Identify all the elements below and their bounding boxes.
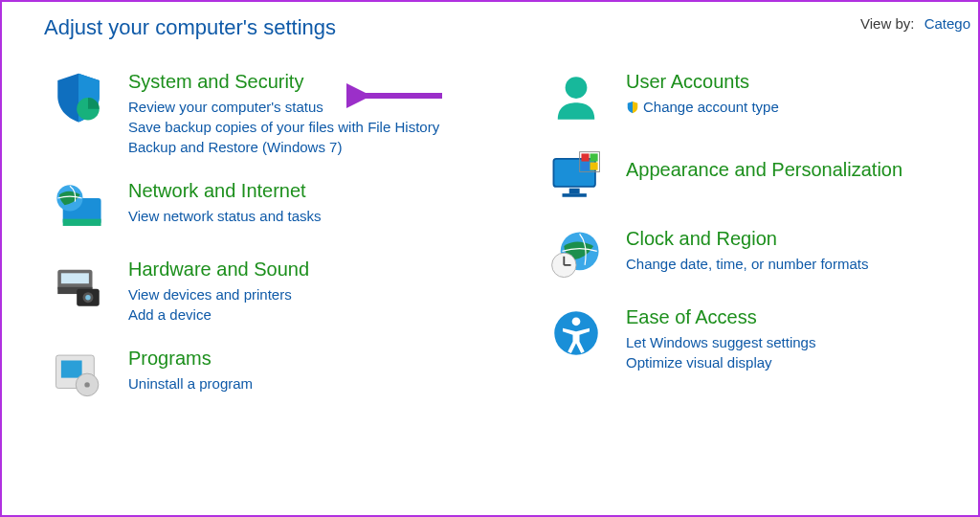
shield-security-icon [48, 67, 109, 128]
category-hardware: Hardware and Sound View devices and prin… [48, 255, 507, 326]
svg-rect-18 [563, 193, 587, 197]
svg-rect-22 [590, 163, 598, 170]
svg-rect-11 [61, 361, 82, 378]
programs-disc-icon [48, 344, 109, 405]
category-link[interactable]: Let Windows suggest settings [626, 334, 815, 350]
category-grid: System and Security Review your computer… [2, 40, 978, 422]
category-system-security: System and Security Review your computer… [48, 67, 507, 159]
category-link[interactable]: Review your computer's status [128, 99, 439, 115]
uac-shield-icon [626, 101, 639, 117]
category-title[interactable]: Appearance and Personalization [626, 159, 902, 181]
category-link[interactable]: Change date, time, or number formats [626, 256, 868, 272]
category-link[interactable]: View network status and tasks [128, 208, 322, 224]
category-title[interactable]: Clock and Region [626, 228, 868, 250]
category-programs: Programs Uninstall a program [48, 344, 507, 405]
category-title[interactable]: User Accounts [626, 71, 779, 93]
svg-point-9 [85, 295, 90, 300]
category-title[interactable]: Ease of Access [626, 306, 815, 328]
category-network: Network and Internet View network status… [48, 176, 507, 237]
svg-point-29 [572, 317, 581, 326]
category-title[interactable]: System and Security [128, 71, 439, 93]
category-appearance: Appearance and Personalization [546, 146, 967, 207]
svg-rect-5 [61, 273, 89, 283]
category-link[interactable]: Backup and Restore (Windows 7) [128, 139, 439, 155]
category-link[interactable]: Change account type [626, 99, 779, 117]
category-link[interactable]: Add a device [128, 306, 309, 323]
category-ease-access: Ease of Access Let Windows suggest setti… [546, 303, 967, 374]
category-user-accounts: User Accounts Change account type [546, 67, 967, 128]
page-title: Adjust your computer's settings [44, 15, 336, 40]
svg-rect-19 [581, 153, 589, 161]
svg-rect-2 [63, 219, 101, 226]
category-link[interactable]: Optimize visual display [626, 354, 815, 371]
user-icon [546, 67, 607, 128]
svg-rect-21 [581, 163, 589, 170]
accessibility-icon [546, 303, 607, 364]
monitor-colors-icon [546, 146, 607, 207]
right-column: User Accounts Change account type [546, 67, 967, 422]
printer-camera-icon [48, 255, 109, 316]
svg-rect-20 [590, 153, 598, 161]
category-link[interactable]: Save backup copies of your files with Fi… [128, 119, 439, 135]
svg-point-13 [84, 382, 89, 387]
category-title[interactable]: Network and Internet [128, 180, 322, 202]
viewby-label: View by: [860, 15, 914, 32]
viewby-dropdown[interactable]: Catego [924, 15, 970, 32]
category-link[interactable]: View devices and printers [128, 286, 309, 303]
svg-rect-17 [569, 189, 580, 193]
viewby-control: View by: Catego [860, 15, 978, 40]
left-column: System and Security Review your computer… [48, 67, 507, 422]
svg-point-14 [566, 77, 588, 99]
category-link[interactable]: Uninstall a program [128, 375, 253, 392]
network-globe-icon [48, 176, 109, 237]
category-title[interactable]: Hardware and Sound [128, 258, 309, 281]
header: Adjust your computer's settings View by:… [2, 2, 978, 40]
clock-globe-icon [546, 224, 607, 285]
category-clock-region: Clock and Region Change date, time, or n… [546, 224, 967, 285]
category-title[interactable]: Programs [128, 348, 253, 370]
